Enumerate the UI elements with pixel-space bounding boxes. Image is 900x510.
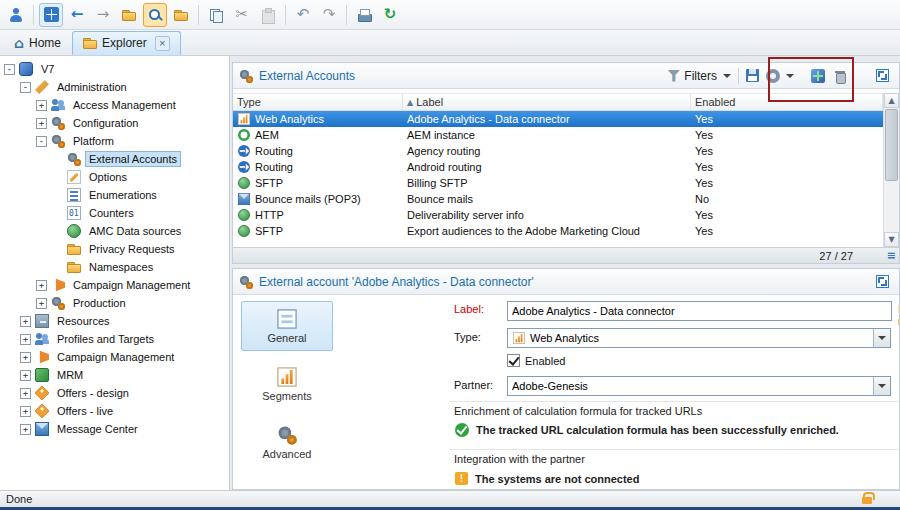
tree-item-mrm[interactable]: +MRM [0, 366, 229, 384]
enabled-checkbox[interactable] [507, 354, 520, 367]
refresh-button[interactable]: ↻ [378, 3, 402, 27]
copy-button[interactable] [204, 3, 228, 27]
tree-item-label: Resources [53, 313, 114, 329]
tree-expander[interactable]: + [20, 334, 31, 345]
expand-icon[interactable] [876, 69, 889, 82]
tree-expander[interactable]: + [20, 388, 31, 399]
back-icon: ← [71, 7, 84, 22]
tree-expander[interactable]: + [20, 370, 31, 381]
tree-expander[interactable]: + [36, 118, 47, 129]
account-row-export-audiences-to-the-adobe-marketing-cloud[interactable]: SFTPExport audiences to the Adobe Market… [233, 223, 883, 239]
status-bar: Done [0, 490, 900, 507]
tree-expander[interactable]: - [4, 64, 15, 75]
tree-item-offers-design[interactable]: +Offers - design [0, 384, 229, 402]
tree-expander[interactable]: + [20, 316, 31, 327]
tree-expander[interactable]: + [20, 406, 31, 417]
tree-item-counters[interactable]: Counters [0, 204, 229, 222]
scroll-thumb[interactable] [885, 109, 898, 181]
tree-expander[interactable]: - [36, 136, 47, 147]
search-icon [147, 7, 163, 23]
tab-home[interactable]: ⌂ Home [3, 31, 72, 55]
tree-item-enumerations[interactable]: Enumerations [0, 186, 229, 204]
type-dropdown-icon[interactable] [873, 329, 890, 347]
offers-icon [34, 385, 49, 400]
tree-item-administration[interactable]: -Administration [0, 78, 229, 96]
detail-panel-header: External account 'Adobe Analytics - Data… [233, 269, 899, 295]
account-row-bounce-mails[interactable]: Bounce mails (POP3)Bounce mailsNo [233, 191, 883, 207]
detail-tab-general[interactable]: General [241, 301, 333, 351]
explorer-grid-button[interactable] [39, 3, 63, 27]
tree-item-resources[interactable]: +Resources [0, 312, 229, 330]
delete-icon[interactable] [832, 68, 848, 84]
external-accounts-panel: External Accounts Filters [232, 62, 900, 264]
tree-item-platform[interactable]: -Platform [0, 132, 229, 150]
tree-item-label: AMC Data sources [85, 223, 185, 239]
tree-item-privacy-requests[interactable]: Privacy Requests [0, 240, 229, 258]
enrichment-section-title: Enrichment of calculation formula for tr… [454, 405, 702, 417]
column-header-enabled[interactable]: Enabled [691, 94, 883, 110]
tree-expander-none [52, 244, 63, 255]
scroll-down-icon[interactable]: ▼ [884, 232, 899, 247]
detail-tab-segments[interactable]: Segments [241, 359, 333, 409]
tree-item-external-accounts[interactable]: External Accounts [0, 150, 229, 168]
new-icon[interactable] [811, 69, 825, 83]
tree-expander[interactable]: + [20, 352, 31, 363]
detail-tab-advanced[interactable]: Advanced [241, 417, 333, 467]
vertical-scrollbar[interactable]: ▲ ▼ [883, 93, 899, 247]
partner-dropdown-icon[interactable] [873, 377, 890, 395]
account-type: SFTP [255, 225, 283, 237]
partner-select[interactable]: Adobe-Genesis [507, 376, 891, 396]
tree-item-configuration[interactable]: +Configuration [0, 114, 229, 132]
routing-icon [238, 145, 250, 157]
accounts-icon [67, 152, 81, 166]
logon-button[interactable] [4, 3, 28, 27]
tree-expander[interactable]: + [36, 280, 47, 291]
tree-expander[interactable]: + [20, 424, 31, 435]
list-toolbar: Filters [667, 68, 893, 84]
undo-button[interactable]: ↶ [291, 3, 315, 27]
list-menu-icon[interactable]: ≡ [887, 249, 896, 262]
tree-item-production[interactable]: +Production [0, 294, 229, 312]
tree-expander[interactable]: + [36, 100, 47, 111]
account-row-aem-instance[interactable]: AEMAEM instanceYes [233, 127, 883, 143]
tree-item-amc-data-sources[interactable]: AMC Data sources [0, 222, 229, 240]
label-input[interactable] [507, 301, 892, 321]
tree-item-campaign-management[interactable]: +Campaign Management [0, 348, 229, 366]
type-select[interactable]: Web Analytics [507, 328, 891, 348]
toolbar-separator [198, 5, 199, 25]
tree-expander[interactable]: + [36, 298, 47, 309]
column-header-label[interactable]: ▲ Label [403, 94, 691, 110]
print-button[interactable] [352, 3, 376, 27]
search-button[interactable] [143, 3, 167, 27]
account-row-agency-routing[interactable]: RoutingAgency routingYes [233, 143, 883, 159]
tree-item-profiles-and-targets[interactable]: +Profiles and Targets [0, 330, 229, 348]
tree-item-campaign-management[interactable]: +Campaign Management [0, 276, 229, 294]
column-label: Label [416, 96, 443, 108]
tree-expander[interactable]: - [20, 82, 31, 93]
record-count-bar: 27 / 27 ≡ [233, 247, 899, 263]
account-row-billing-sftp[interactable]: SFTPBilling SFTPYes [233, 175, 883, 191]
tree-item-label: Message Center [53, 421, 142, 437]
account-row-android-routing[interactable]: RoutingAndroid routingYes [233, 159, 883, 175]
filters-button[interactable]: Filters [667, 69, 731, 83]
tree-item-namespaces[interactable]: Namespaces [0, 258, 229, 276]
tree-item-options[interactable]: Options [0, 168, 229, 186]
tree-item-label: Configuration [69, 115, 142, 131]
tree-item-v7[interactable]: -V7 [0, 60, 229, 78]
column-header-type[interactable]: Type [233, 94, 403, 110]
tree-item-message-center[interactable]: +Message Center [0, 420, 229, 438]
integration-section-title: Integration with the partner [454, 453, 585, 465]
tree-item-access-management[interactable]: +Access Management [0, 96, 229, 114]
back-button[interactable]: ← [65, 3, 89, 27]
account-row-deliverability-server-info[interactable]: HTTPDeliverability server infoYes [233, 207, 883, 223]
open-folder-button[interactable] [169, 3, 193, 27]
detail-expand-icon[interactable] [876, 275, 889, 288]
gear-icon [766, 69, 780, 83]
tab-close-icon[interactable]: × [155, 36, 170, 51]
parent-folder-button[interactable] [117, 3, 141, 27]
tab-explorer[interactable]: Explorer × [72, 31, 181, 55]
scroll-up-icon[interactable]: ▲ [884, 93, 899, 108]
actions-dropdown-button[interactable] [766, 69, 794, 83]
tree-item-offers-live[interactable]: +Offers - live [0, 402, 229, 420]
account-row-adobe-analytics-data-connector[interactable]: Web AnalyticsAdobe Analytics - Data conn… [233, 111, 883, 127]
